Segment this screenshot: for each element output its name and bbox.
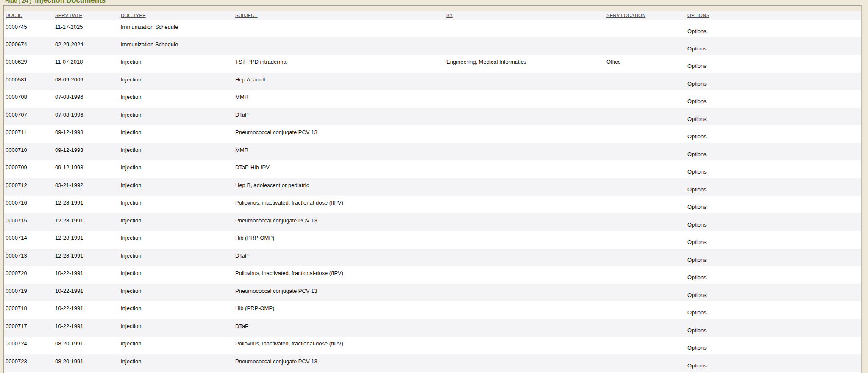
cell-options: Options — [686, 125, 861, 143]
table-row: 000062911-07-2018InjectionTST-PPD intrad… — [4, 55, 861, 73]
cell-doc-id: 0000711 — [4, 125, 54, 143]
options-button[interactable]: Options — [687, 222, 707, 228]
cell-doc-type: Injection — [120, 90, 234, 108]
table-row: 000071710-22-1991InjectionDTaPOptions — [4, 319, 861, 337]
cell-by — [445, 160, 605, 178]
cell-by — [445, 301, 605, 319]
cell-by — [445, 108, 605, 126]
cell-subject: Hep A, adult — [234, 73, 445, 90]
cell-doc-id: 0000719 — [4, 284, 54, 302]
options-button[interactable]: Options — [687, 168, 707, 175]
options-button[interactable]: Options — [687, 239, 707, 245]
table-body: 000074511-17-2025Immunization ScheduleOp… — [4, 20, 861, 372]
options-button[interactable]: Options — [687, 28, 707, 34]
column-header-doc-id[interactable]: DOC ID — [4, 11, 54, 20]
cell-doc-id: 0000708 — [4, 90, 54, 108]
cell-by: Engineering, Medical Informatics — [445, 55, 605, 73]
options-button[interactable]: Options — [687, 81, 707, 87]
options-button[interactable]: Options — [687, 257, 707, 263]
table-header: DOC ID SERV DATE DOC TYPE SUBJECT BY SER… — [4, 11, 861, 20]
cell-by — [445, 20, 605, 37]
cell-serv-date: 12-28-1991 — [54, 231, 120, 249]
cell-options: Options — [686, 231, 861, 249]
cell-options: Options — [686, 213, 861, 231]
cell-doc-id: 0000709 — [4, 160, 54, 178]
options-button[interactable]: Options — [687, 274, 707, 280]
cell-by — [445, 178, 605, 196]
cell-doc-type: Injection — [120, 196, 234, 213]
hide-toggle-link[interactable]: Hide ( 24 ) — [5, 0, 31, 6]
cell-doc-type: Injection — [120, 178, 234, 196]
options-button[interactable]: Options — [687, 116, 707, 122]
table-row: 000074511-17-2025Immunization ScheduleOp… — [4, 20, 861, 37]
column-header-by[interactable]: BY — [445, 11, 605, 20]
options-button[interactable]: Options — [687, 186, 707, 193]
cell-serv-date: 09-12-1993 — [54, 125, 120, 143]
cell-options: Options — [686, 284, 861, 302]
cell-serv-location — [605, 73, 686, 90]
cell-doc-type: Injection — [120, 73, 234, 90]
cell-serv-location — [605, 266, 686, 284]
table-row: 000070909-12-1993InjectionDTaP-Hib-IPVOp… — [4, 160, 861, 178]
cell-subject: Hep B, adolescent or pediatric — [234, 178, 445, 196]
options-button[interactable]: Options — [687, 133, 707, 140]
cell-by — [445, 249, 605, 266]
panel-legend: Hide ( 24 ) Injection Documents — [4, 0, 108, 5]
cell-serv-location — [605, 337, 686, 354]
cell-by — [445, 284, 605, 302]
table-row: 000067402-29-2024Immunization ScheduleOp… — [4, 37, 861, 55]
cell-serv-location — [605, 178, 686, 196]
options-button[interactable]: Options — [687, 309, 707, 316]
options-button[interactable]: Options — [687, 45, 707, 52]
cell-doc-id: 0000710 — [4, 143, 54, 161]
cell-serv-date: 07-08-1996 — [54, 90, 120, 108]
cell-subject: Poliovirus, inactivated, fractional-dose… — [234, 196, 445, 213]
options-button[interactable]: Options — [687, 327, 707, 334]
options-button[interactable]: Options — [687, 204, 707, 210]
cell-subject: DTaP — [234, 249, 445, 266]
cell-by — [445, 266, 605, 284]
options-button[interactable]: Options — [687, 292, 707, 298]
cell-subject: Pneumococcal conjugate PCV 13 — [234, 125, 445, 143]
column-header-serv-date[interactable]: SERV DATE — [54, 11, 120, 20]
cell-options: Options — [686, 73, 861, 90]
column-header-doc-type[interactable]: DOC TYPE — [120, 11, 234, 20]
cell-doc-id: 0000745 — [4, 20, 54, 37]
table-row: 000072408-20-1991InjectionPoliovirus, in… — [4, 337, 861, 354]
options-button[interactable]: Options — [687, 63, 707, 69]
cell-serv-location — [605, 249, 686, 266]
cell-doc-id: 0000724 — [4, 337, 54, 354]
cell-serv-location — [605, 196, 686, 213]
options-button[interactable]: Options — [687, 98, 707, 104]
cell-options: Options — [686, 20, 861, 37]
table-row: 000072010-22-1991InjectionPoliovirus, in… — [4, 266, 861, 284]
cell-doc-id: 0000707 — [4, 108, 54, 126]
injection-documents-panel: Hide ( 24 ) Injection Documents DOC ID S… — [3, 5, 862, 373]
cell-doc-id: 0000720 — [4, 266, 54, 284]
cell-doc-type: Injection — [120, 301, 234, 319]
cell-serv-location — [605, 160, 686, 178]
column-header-options[interactable]: OPTIONS — [686, 11, 861, 20]
cell-serv-location — [605, 143, 686, 161]
cell-doc-id: 0000674 — [4, 37, 54, 55]
column-header-serv-location[interactable]: SERV LOCATION — [605, 11, 686, 20]
cell-doc-id: 0000717 — [4, 319, 54, 337]
cell-serv-location: Office — [605, 55, 686, 73]
cell-subject: DTaP — [234, 319, 445, 337]
cell-doc-type: Immunization Schedule — [120, 20, 234, 37]
cell-doc-type: Injection — [120, 125, 234, 143]
cell-doc-type: Injection — [120, 143, 234, 161]
cell-doc-type: Injection — [120, 231, 234, 249]
column-header-subject[interactable]: SUBJECT — [234, 11, 445, 20]
cell-by — [445, 337, 605, 354]
cell-options: Options — [686, 319, 861, 337]
cell-subject: Poliovirus, inactivated, fractional-dose… — [234, 337, 445, 354]
cell-by — [445, 90, 605, 108]
cell-serv-location — [605, 125, 686, 143]
cell-options: Options — [686, 354, 861, 372]
cell-serv-date: 03-21-1992 — [54, 178, 120, 196]
options-button[interactable]: Options — [687, 151, 707, 157]
options-button[interactable]: Options — [687, 345, 707, 351]
options-button[interactable]: Options — [687, 362, 707, 369]
table-row: 000071109-12-1993InjectionPneumococcal c… — [4, 125, 861, 143]
